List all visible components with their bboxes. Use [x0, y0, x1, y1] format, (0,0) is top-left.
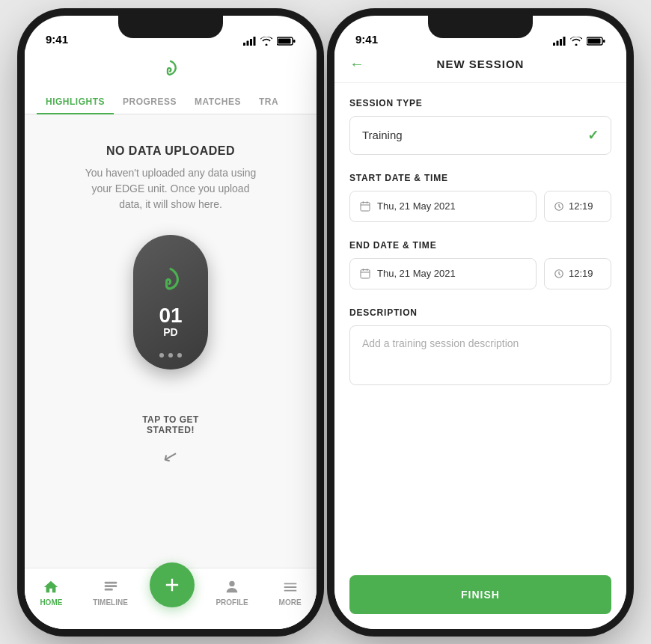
tab-home-label: HOME — [40, 598, 62, 607]
status-time-2: 9:41 — [355, 33, 378, 46]
tab-more-label: MORE — [279, 598, 302, 607]
svg-rect-12 — [553, 43, 555, 46]
svg-rect-0 — [243, 43, 245, 46]
battery-icon — [277, 37, 296, 46]
no-data-desc: You haven't uploaded any data using your… — [81, 165, 260, 212]
chevron-down-icon: ✓ — [587, 127, 599, 144]
start-date-time-row: Thu, 21 May 2021 12:19 — [349, 191, 611, 222]
edge-dot-2 — [168, 353, 173, 358]
wifi-icon-2 — [570, 37, 582, 46]
svg-rect-5 — [278, 38, 291, 43]
clock-icon-start — [554, 201, 564, 212]
profile-icon — [224, 579, 240, 595]
tab-timeline-label: TIMELINE — [93, 598, 128, 607]
edge-label: PD — [163, 326, 177, 338]
logo-container — [25, 58, 317, 91]
tab-home[interactable]: HOME — [31, 576, 71, 610]
edge-logo — [157, 266, 184, 293]
app-header: HIGHLIGHTS PROGRESS MATCHES TRA — [25, 49, 317, 114]
svg-rect-2 — [250, 39, 252, 46]
edge-dots — [159, 353, 182, 358]
phone-2: 9:41 ← NEW SESSION — [334, 16, 626, 629]
nav-tabs: HIGHLIGHTS PROGRESS MATCHES TRA — [25, 91, 317, 114]
session-type-dropdown[interactable]: Training ✓ — [349, 116, 611, 155]
edge-dot-3 — [177, 353, 182, 358]
tab-training[interactable]: TRA — [250, 91, 287, 114]
tab-profile[interactable]: PROFILE — [207, 576, 257, 610]
session-type-label: SESSION TYPE — [349, 98, 611, 108]
tab-highlights[interactable]: HIGHLIGHTS — [37, 91, 114, 114]
session-type-value: Training — [362, 129, 403, 141]
svg-rect-24 — [361, 269, 370, 277]
edge-number: 01 — [159, 305, 182, 326]
arrow-hint-icon: ↙ — [161, 444, 181, 467]
end-date-field[interactable]: Thu, 21 May 2021 — [349, 258, 537, 289]
svg-rect-13 — [557, 40, 559, 46]
main-content: NO DATA UPLOADED You haven't uploaded an… — [25, 114, 317, 568]
tab-profile-label: PROFILE — [216, 598, 248, 607]
tap-hint: TAP TO GETSTARTED! — [142, 414, 199, 435]
signal-icon — [243, 37, 256, 46]
end-date-time-row: Thu, 21 May 2021 12:19 — [349, 258, 611, 289]
app-logo — [159, 58, 183, 82]
start-date-section: START DATE & TIME Thu, 21 May 2021 — [349, 173, 611, 222]
tab-timeline[interactable]: TIMELINE — [84, 576, 137, 610]
svg-rect-14 — [560, 39, 562, 46]
tab-progress[interactable]: PROGRESS — [114, 91, 186, 114]
phone-1: 9:41 — [25, 16, 317, 629]
signal-icon-2 — [553, 37, 566, 46]
svg-rect-18 — [603, 40, 605, 43]
session-type-section: SESSION TYPE Training ✓ — [349, 98, 611, 155]
plus-icon — [162, 574, 183, 595]
svg-point-11 — [229, 580, 234, 586]
phone2-content: ← NEW SESSION SESSION TYPE Training ✓ ST… — [334, 49, 626, 629]
end-time-field[interactable]: 12:19 — [544, 258, 611, 289]
calendar-icon-start — [359, 200, 371, 212]
description-label: DESCRIPTION — [349, 307, 611, 318]
start-time-field[interactable]: 12:19 — [544, 191, 611, 222]
svg-rect-1 — [247, 40, 249, 46]
clock-icon-end — [554, 269, 564, 279]
status-icons-1 — [243, 37, 296, 46]
start-date-label: START DATE & TIME — [349, 173, 611, 183]
start-time-value: 12:19 — [569, 200, 593, 212]
fab-add-button[interactable] — [150, 562, 195, 607]
svg-rect-3 — [254, 37, 256, 46]
session-title: NEW SESSION — [437, 58, 525, 70]
tab-more[interactable]: MORE — [270, 576, 311, 610]
edge-device: 01 PD — [133, 235, 208, 369]
finish-button[interactable]: FINISH — [349, 575, 611, 614]
tab-matches[interactable]: MATCHES — [186, 91, 250, 114]
battery-icon-2 — [587, 37, 605, 46]
status-time-1: 9:41 — [46, 33, 68, 46]
home-icon — [43, 579, 59, 595]
wifi-icon — [260, 37, 272, 46]
calendar-icon-end — [359, 268, 371, 280]
notch — [118, 16, 223, 38]
timeline-icon — [103, 579, 119, 595]
back-button[interactable]: ← — [349, 55, 364, 73]
end-date-section: END DATE & TIME Thu, 21 May 2021 — [349, 240, 611, 289]
session-header: ← NEW SESSION — [334, 49, 626, 83]
edge-dot-1 — [159, 353, 164, 358]
notch-2 — [428, 16, 533, 38]
svg-rect-8 — [104, 581, 117, 583]
session-form: SESSION TYPE Training ✓ START DATE & TIM… — [334, 83, 626, 569]
svg-rect-15 — [563, 37, 566, 46]
end-date-label: END DATE & TIME — [349, 240, 611, 251]
start-date-value: Thu, 21 May 2021 — [377, 200, 456, 212]
start-date-field[interactable]: Thu, 21 May 2021 — [349, 191, 537, 222]
no-data-title: NO DATA UPLOADED — [106, 144, 235, 158]
svg-rect-19 — [361, 202, 370, 210]
phone1-content: HIGHLIGHTS PROGRESS MATCHES TRA NO DATA … — [25, 49, 317, 629]
description-placeholder: Add a training session description — [362, 337, 519, 349]
svg-rect-17 — [588, 38, 601, 43]
svg-rect-6 — [293, 40, 296, 43]
end-date-value: Thu, 21 May 2021 — [377, 268, 456, 279]
description-field[interactable]: Add a training session description — [349, 325, 611, 385]
svg-rect-10 — [104, 588, 112, 590]
status-icons-2 — [553, 37, 605, 46]
more-icon — [282, 579, 299, 595]
bottom-bar: HOME TIMELINE PROFILE — [25, 568, 317, 629]
end-time-value: 12:19 — [569, 268, 593, 279]
